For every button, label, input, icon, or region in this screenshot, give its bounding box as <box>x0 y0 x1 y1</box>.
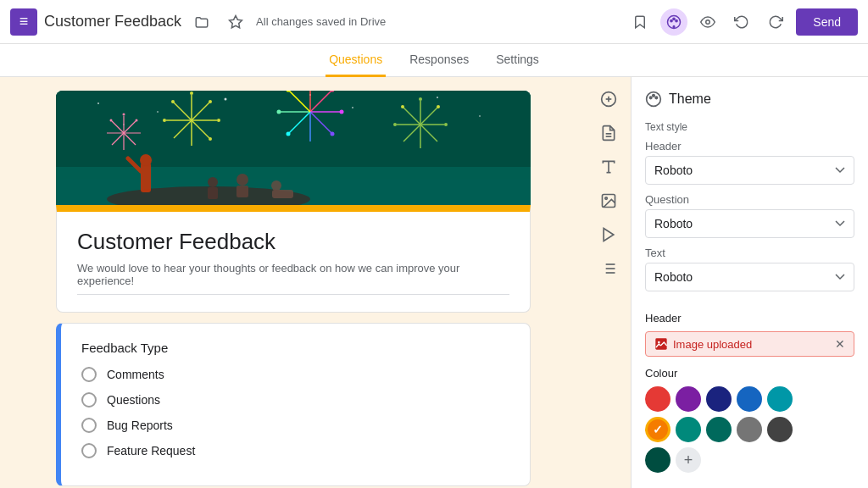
svg-point-101 <box>658 341 660 344</box>
radio-circle-2[interactable] <box>81 418 97 433</box>
svg-point-72 <box>140 154 152 166</box>
tab-settings[interactable]: Settings <box>492 44 542 77</box>
topbar: ≡ Customer Feedback All changes saved in… <box>0 0 868 44</box>
text-style-label: Text style <box>645 121 854 133</box>
form-wrapper: Customer Feedback We would love to hear … <box>56 91 531 488</box>
folder-icon-btn[interactable] <box>188 8 215 36</box>
add-element-btn[interactable] <box>593 84 624 114</box>
image-uploaded-text: Image uploaded <box>673 338 752 351</box>
header-font-label: Header <box>645 140 854 152</box>
bookmark-btn[interactable] <box>626 8 654 36</box>
svg-point-5 <box>706 19 710 24</box>
text-font-select[interactable]: Roboto <box>645 263 854 291</box>
colour-dot-dark-teal[interactable] <box>706 417 732 442</box>
svg-point-7 <box>97 103 99 104</box>
send-button[interactable]: Send <box>796 8 858 36</box>
header-font-select[interactable]: Roboto <box>645 156 854 185</box>
radio-option-3[interactable]: Feature Request <box>81 443 509 458</box>
colour-dot-red[interactable] <box>645 386 670 412</box>
radio-circle-1[interactable] <box>81 392 97 408</box>
panel-title: Theme <box>669 92 711 107</box>
svg-point-4 <box>676 19 677 21</box>
colour-dot-orange[interactable] <box>645 417 670 442</box>
star-icon-btn[interactable] <box>222 8 249 36</box>
section-btn[interactable] <box>593 253 624 284</box>
radio-option-2[interactable]: Bug Reports <box>81 418 509 433</box>
colour-dot-dark-grey[interactable] <box>767 417 793 442</box>
palette-btn[interactable] <box>660 8 687 36</box>
radio-option-0[interactable]: Comments <box>81 367 509 382</box>
radio-circle-0[interactable] <box>81 367 97 382</box>
logo-icon: ≡ <box>19 13 29 30</box>
theme-panel: Theme Text style Header Roboto Question … <box>631 77 868 488</box>
undo-icon <box>734 14 749 30</box>
svg-point-97 <box>649 97 652 99</box>
question-font-label: Question <box>645 193 854 206</box>
radio-circle-3[interactable] <box>81 443 97 458</box>
bookmark-icon <box>632 14 648 30</box>
svg-point-42 <box>277 110 281 114</box>
app-logo: ≡ <box>10 8 37 36</box>
svg-point-56 <box>393 123 397 126</box>
colour-dot-dark-teal2[interactable] <box>645 447 670 473</box>
svg-point-78 <box>271 180 281 191</box>
app-title: Customer Feedback <box>44 13 181 30</box>
colour-dot-dark-blue[interactable] <box>706 386 732 412</box>
tab-responses[interactable]: Responses <box>406 44 472 77</box>
text-btn[interactable] <box>593 152 624 182</box>
svg-point-23 <box>190 92 193 95</box>
colour-dot-grey[interactable] <box>737 417 762 442</box>
svg-point-40 <box>331 132 335 136</box>
section-icon <box>600 260 617 277</box>
svg-point-25 <box>217 119 220 122</box>
remove-image-btn[interactable]: ✕ <box>835 337 845 351</box>
image-btn[interactable] <box>593 186 624 216</box>
svg-rect-79 <box>272 190 293 198</box>
radio-option-1[interactable]: Questions <box>81 392 509 408</box>
radio-label-1: Questions <box>107 393 160 407</box>
svg-point-27 <box>171 100 175 103</box>
colour-dot-cyan[interactable] <box>767 386 793 412</box>
text-font-label: Text <box>645 247 854 259</box>
colour-dot-purple[interactable] <box>676 386 701 412</box>
main-layout: Customer Feedback We would love to hear … <box>0 77 868 488</box>
preview-btn[interactable] <box>694 8 721 36</box>
svg-point-26 <box>209 137 212 141</box>
colour-dot-add[interactable]: + <box>676 447 701 473</box>
fireworks-svg <box>56 91 531 205</box>
svg-point-54 <box>444 123 448 126</box>
svg-point-8 <box>157 111 159 113</box>
form-description: We would love to hear your thoughts or f… <box>77 262 509 295</box>
colour-label: Colour <box>645 367 854 380</box>
fireworks-background <box>56 91 531 205</box>
redo-btn[interactable] <box>762 8 789 36</box>
svg-point-12 <box>479 115 481 117</box>
form-toolbar <box>587 77 631 488</box>
svg-point-88 <box>605 197 608 200</box>
video-btn[interactable] <box>593 219 624 250</box>
svg-point-65 <box>123 114 125 116</box>
undo-btn[interactable] <box>728 8 755 36</box>
svg-point-9 <box>225 98 227 101</box>
form-title-card: Customer Feedback We would love to hear … <box>56 205 531 313</box>
question-font-select[interactable]: Roboto <box>645 209 854 238</box>
svg-point-3 <box>673 18 675 19</box>
radio-label-3: Feature Request <box>107 444 195 458</box>
redo-icon <box>768 14 783 30</box>
panel-header: Theme <box>645 91 854 108</box>
svg-point-98 <box>653 95 655 97</box>
colour-dot-teal[interactable] <box>676 417 701 442</box>
form-title: Customer Feedback <box>77 229 509 255</box>
svg-rect-71 <box>141 163 151 192</box>
colour-dot-blue[interactable] <box>737 386 762 412</box>
svg-point-99 <box>655 97 658 99</box>
file-text-icon <box>600 125 617 141</box>
eye-icon <box>700 14 715 30</box>
form-area: Customer Feedback We would love to hear … <box>0 77 587 488</box>
colour-grid: + <box>645 386 854 473</box>
svg-marker-0 <box>230 15 242 27</box>
header-section-label: Header <box>645 312 854 324</box>
import-icon-btn[interactable] <box>593 118 624 148</box>
tab-questions[interactable]: Questions <box>326 44 386 77</box>
svg-point-10 <box>352 107 353 108</box>
